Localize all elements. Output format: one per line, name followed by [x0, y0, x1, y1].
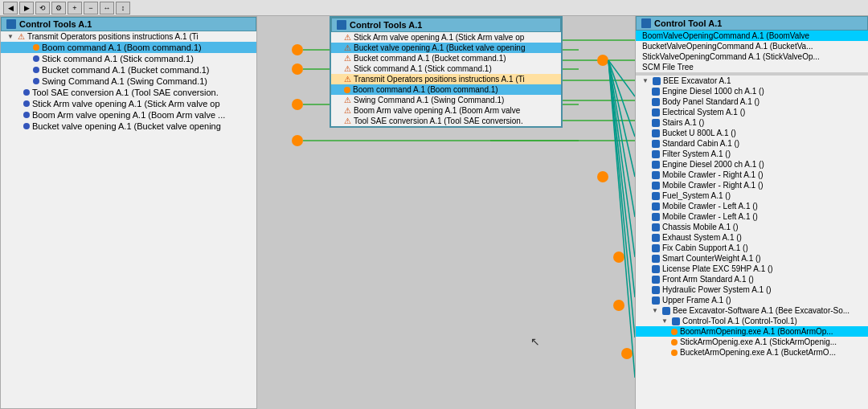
- list-item[interactable]: Bucket command A.1 (Bucket command.1): [1, 64, 256, 76]
- item-label: Stick Arm valve opening A.1 (Stick Arm v…: [32, 99, 220, 108]
- list-item[interactable]: Hydraulic Power System A.1 (): [636, 284, 868, 295]
- item-label: License Plate EXC 59HP A.1 (): [662, 264, 773, 273]
- toolbar-btn-expand[interactable]: ↕: [116, 2, 130, 14]
- item-label: StickArmOpenig.exe A.1 (StickArmOpenig..…: [680, 337, 837, 346]
- item-label: Control-Tool A.1 (Control-Tool.1): [682, 317, 797, 325]
- left-panel: Control Tools A.1 ▼ ⚠ Transmit Operators…: [0, 16, 257, 409]
- node-dot: [292, 99, 303, 110]
- left-panel-header: Control Tools A.1: [1, 17, 256, 31]
- list-item[interactable]: ▼ Control-Tool A.1 (Control-Tool.1): [636, 316, 868, 326]
- list-item[interactable]: Boom Arm valve opening A.1 (Boom Arm val…: [1, 109, 256, 121]
- list-item[interactable]: ▼ ⚠ Transmit Operators positions instruc…: [1, 31, 256, 42]
- list-item[interactable]: Mobile Crawler - Right A.1 (): [636, 180, 868, 190]
- item-label: Bucket valve opening A.1 (Bucket valve o…: [354, 43, 525, 52]
- item-label: BucketValveOpeningCommand A.1 (BucketVa.…: [642, 42, 813, 51]
- list-item[interactable]: Standard Cabin A.1 (): [636, 138, 868, 149]
- item-label: Front Arm Standard A.1 (): [662, 275, 754, 284]
- toolbar-btn-back[interactable]: ◀: [3, 2, 18, 14]
- list-item[interactable]: BoomArmOpening.exe A.1 (BoomArmOp...: [636, 326, 868, 337]
- list-item[interactable]: Boom command A.1 (Boom command.1): [1, 42, 256, 53]
- blue-dot-icon: [23, 123, 30, 129]
- list-item[interactable]: ⚠ Stick Arm valve opening A.1 (Stick Arm…: [331, 32, 561, 43]
- list-item[interactable]: Body Panel Standard A.1 (): [636, 96, 868, 107]
- item-label: Mobile Crawler - Right A.1 (): [662, 181, 764, 190]
- module-icon: [652, 192, 660, 200]
- list-item[interactable]: Fix Cabin Support A.1 (): [636, 243, 868, 253]
- list-item[interactable]: Chassis Mobile A.1 (): [636, 222, 868, 232]
- list-item[interactable]: Bucket U 800L A.1 (): [636, 128, 868, 138]
- warning-icon: ⚠: [344, 43, 351, 52]
- cursor-icon: ↖: [530, 335, 540, 348]
- warning-icon: ⚠: [344, 75, 351, 84]
- list-item[interactable]: Stairs A.1 (): [636, 117, 868, 128]
- list-item[interactable]: Swing Command A.1 (Swing Command.1): [1, 76, 256, 87]
- module-icon: [652, 297, 660, 305]
- list-item[interactable]: ▼ BEE Excavator A.1: [636, 76, 868, 86]
- item-label: Swing Command A.1 (Swing Command.1): [354, 96, 504, 104]
- item-label: Bucket U 800L A.1 (): [662, 129, 736, 137]
- list-item[interactable]: Boom command A.1 (Boom command.1): [331, 84, 561, 95]
- list-item[interactable]: Tool SAE conversion A.1 (Tool SAE conver…: [1, 87, 256, 98]
- expand-arrow: ▼: [652, 307, 660, 314]
- item-label: Boom Arm valve opening A.1 (Boom Arm val…: [32, 110, 225, 120]
- list-item[interactable]: ⚠ Swing Command A.1 (Swing Command.1): [331, 95, 561, 105]
- list-item[interactable]: Stick command A.1 (Stick command.1): [1, 53, 256, 64]
- list-item[interactable]: Stick Arm valve opening A.1 (Stick Arm v…: [1, 98, 256, 109]
- list-item[interactable]: ⚠ Boom Arm valve opening A.1 (Boom Arm v…: [331, 105, 561, 116]
- item-label: Stairs A.1 (): [662, 118, 704, 127]
- list-item[interactable]: Exhaust System A.1 (): [636, 232, 868, 243]
- orange-dot-icon: [671, 329, 678, 335]
- warning-icon: ⚠: [344, 33, 351, 42]
- module-icon: [652, 88, 660, 96]
- module-icon: [652, 286, 660, 294]
- list-item[interactable]: StickArmOpenig.exe A.1 (StickArmOpenig..…: [636, 337, 868, 347]
- toolbar-btn-zoom-in[interactable]: +: [68, 2, 82, 14]
- module-icon: [652, 140, 660, 148]
- toolbar-btn-fit[interactable]: ↔: [100, 2, 114, 14]
- toolbar-btn-refresh[interactable]: ⟲: [35, 2, 50, 14]
- item-label: Fuel_System A.1 (): [662, 191, 731, 200]
- list-item[interactable]: Filter System A.1 (): [636, 149, 868, 159]
- item-label: Stick command A.1 (Stick command.1): [42, 54, 194, 63]
- list-item[interactable]: Mobile Crawler - Right A.1 (): [636, 170, 868, 180]
- module-icon: [672, 317, 680, 325]
- expand-arrow: ▼: [661, 317, 669, 325]
- item-label: Tool SAE conversion A.1 (Tool SAE conver…: [354, 117, 523, 125]
- list-item[interactable]: Electrical System A.1 (): [636, 107, 868, 117]
- item-label: Mobile Crawler - Left A.1 (): [662, 202, 758, 211]
- list-item[interactable]: License Plate EXC 59HP A.1 (): [636, 264, 868, 274]
- module-icon: [652, 119, 660, 127]
- blue-dot-icon: [23, 112, 30, 118]
- list-item[interactable]: BucketValveOpeningCommand A.1 (BucketVa.…: [636, 41, 868, 51]
- item-label: Fix Cabin Support A.1 (): [662, 243, 748, 252]
- list-item[interactable]: Bucket valve opening A.1 (Bucket valve o…: [1, 121, 256, 132]
- list-item[interactable]: ⚠ Bucket valve opening A.1 (Bucket valve…: [331, 43, 561, 53]
- list-item[interactable]: SCM File Tree: [636, 62, 868, 72]
- orange-dot-icon: [33, 44, 39, 51]
- list-item[interactable]: ⚠ Transmit Operators positions instructi…: [331, 74, 561, 84]
- item-label: Exhaust System A.1 (): [662, 233, 742, 242]
- list-item[interactable]: StickValveOpeningCommand A.1 (StickValve…: [636, 51, 868, 62]
- item-label: Boom command A.1 (Boom command.1): [353, 85, 498, 94]
- module-icon: [652, 98, 660, 106]
- node-dot: [292, 63, 303, 75]
- list-item[interactable]: ⚠ Stick command A.1 (Stick command.1): [331, 63, 561, 74]
- list-item[interactable]: ⚠ Tool SAE conversion A.1 (Tool SAE conv…: [331, 116, 561, 126]
- list-item[interactable]: BucketArmOpening.exe A.1 (BucketArmO...: [636, 347, 868, 358]
- node-dot: [292, 44, 303, 55]
- list-item[interactable]: Mobile Crawler - Left A.1 (): [636, 211, 868, 222]
- toolbar-btn-forward[interactable]: ▶: [19, 2, 34, 14]
- list-item[interactable]: Fuel_System A.1 (): [636, 190, 868, 201]
- list-item[interactable]: Engine Diesel 1000 ch A.1 (): [636, 86, 868, 96]
- list-item[interactable]: Engine Diesel 2000 ch A.1 (): [636, 159, 868, 170]
- list-item[interactable]: ▼ Bee Excavator-Software A.1 (Bee Excava…: [636, 305, 868, 316]
- list-item[interactable]: Front Arm Standard A.1 (): [636, 274, 868, 284]
- toolbar-btn-settings[interactable]: ⚙: [51, 2, 66, 14]
- list-item[interactable]: Smart CounterWeight A.1 (): [636, 253, 868, 264]
- module-icon: [652, 223, 660, 231]
- list-item[interactable]: ⚠ Bucket command A.1 (Bucket command.1): [331, 53, 561, 63]
- list-item[interactable]: Mobile Crawler - Left A.1 (): [636, 201, 868, 211]
- list-item[interactable]: Upper Frame A.1 (): [636, 295, 868, 305]
- list-item[interactable]: BoomValveOpeningCommand A.1 (BoomValve: [636, 31, 868, 41]
- toolbar-btn-zoom-out[interactable]: −: [84, 2, 98, 14]
